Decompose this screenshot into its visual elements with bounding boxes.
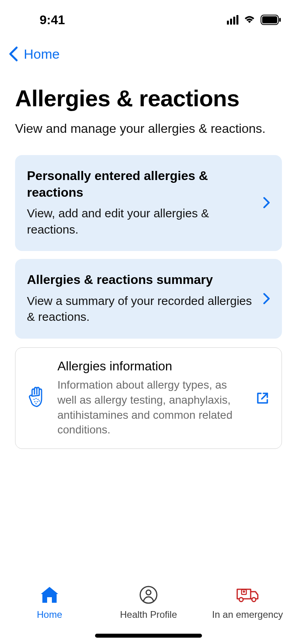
- svg-point-6: [34, 401, 36, 402]
- chevron-right-icon: [263, 197, 270, 209]
- external-link-icon: [255, 391, 270, 405]
- card-allergies-information[interactable]: Allergies information Information about …: [15, 347, 282, 449]
- card-summary[interactable]: Allergies & reactions summary View a sum…: [15, 259, 282, 339]
- tab-home[interactable]: Home: [0, 585, 99, 620]
- ambulance-icon: [236, 586, 259, 604]
- tab-label: Health Profile: [120, 609, 177, 620]
- card-desc: View, add and edit your allergies & reac…: [27, 205, 255, 238]
- svg-point-5: [38, 399, 39, 400]
- svg-point-11: [146, 590, 151, 595]
- card-personally-entered[interactable]: Personally entered allergies & reactions…: [15, 155, 282, 251]
- back-button[interactable]: Home: [0, 40, 297, 68]
- svg-rect-2: [279, 18, 281, 22]
- status-icons-group: [227, 15, 281, 25]
- svg-point-3: [34, 399, 35, 400]
- card-desc: View a summary of your recorded allergie…: [27, 293, 255, 325]
- battery-icon: [261, 15, 281, 25]
- page-subtitle: View and manage your allergies & reactio…: [15, 120, 282, 137]
- tab-health-profile[interactable]: Health Profile: [99, 585, 198, 620]
- home-indicator[interactable]: [95, 634, 202, 638]
- svg-point-8: [39, 401, 40, 402]
- svg-point-4: [36, 398, 37, 399]
- page-title: Allergies & reactions: [15, 85, 282, 111]
- info-card-desc: Information about allergy types, as well…: [57, 378, 244, 437]
- svg-point-13: [252, 598, 256, 602]
- hand-allergy-icon: [27, 386, 46, 409]
- tab-label: Home: [37, 609, 62, 620]
- info-card-title: Allergies information: [57, 359, 244, 374]
- tab-label: In an emergency: [212, 609, 283, 620]
- tab-emergency[interactable]: In an emergency: [198, 585, 297, 620]
- back-label: Home: [24, 46, 60, 62]
- status-bar: 9:41: [0, 0, 297, 40]
- card-title: Personally entered allergies & reactions: [27, 168, 255, 201]
- svg-point-9: [36, 403, 37, 404]
- svg-point-7: [37, 401, 38, 402]
- profile-icon: [139, 586, 158, 604]
- card-title: Allergies & reactions summary: [27, 272, 255, 288]
- chevron-right-icon: [263, 293, 270, 305]
- svg-point-12: [239, 598, 243, 602]
- home-icon: [39, 585, 60, 604]
- main-content: Allergies & reactions View and manage yo…: [0, 68, 297, 581]
- status-time: 9:41: [0, 13, 65, 27]
- wifi-icon: [243, 15, 256, 25]
- cellular-signal-icon: [227, 15, 238, 25]
- chevron-left-icon: [8, 46, 19, 62]
- svg-rect-1: [262, 16, 277, 23]
